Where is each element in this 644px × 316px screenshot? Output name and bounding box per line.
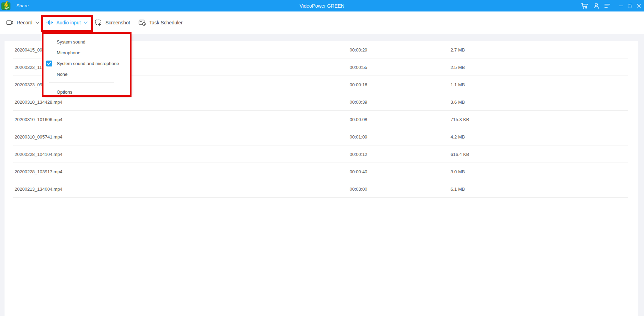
file-name: 20200228_104104.mp4 xyxy=(15,145,62,163)
screenshot-button[interactable]: Screenshot xyxy=(95,11,130,34)
user-icon[interactable] xyxy=(593,2,599,9)
menu-item-system-sound[interactable]: System sound xyxy=(43,37,130,47)
file-size: 616.4 KB xyxy=(451,145,469,163)
toolbar: Record Audio input xyxy=(0,11,644,34)
screenshot-label: Screenshot xyxy=(105,20,130,25)
menu-icon[interactable] xyxy=(604,3,611,8)
file-name: 20200213_134004.mp4 xyxy=(15,180,62,198)
titlebar: Share VideoPower GREEN xyxy=(0,0,644,11)
file-name: 20200323_09 xyxy=(15,76,42,93)
task-scheduler-icon xyxy=(138,19,146,26)
cart-icon[interactable] xyxy=(581,2,588,9)
audio-waveform-icon xyxy=(46,19,53,26)
titlebar-controls xyxy=(581,0,641,11)
file-size: 4.2 MB xyxy=(451,128,465,145)
file-size: 1.1 MB xyxy=(451,76,465,93)
menu-item-label: System sound and microphone xyxy=(57,61,119,66)
file-row[interactable]: 20200228_104104.mp400:00:12616.4 KB xyxy=(5,145,638,163)
minimize-icon[interactable] xyxy=(619,3,623,8)
video-camera-icon xyxy=(6,19,14,26)
file-duration: 00:01:09 xyxy=(350,128,367,145)
file-duration: 00:03:00 xyxy=(350,180,367,198)
checkbox-checked-icon xyxy=(46,61,52,66)
menu-item-label: System sound xyxy=(57,39,85,45)
file-row[interactable]: 20200310_095741.mp400:01:094.2 MB xyxy=(5,128,638,145)
file-duration: 00:00:12 xyxy=(350,145,367,163)
file-row[interactable]: 20200228_103917.mp400:00:403.0 MB xyxy=(5,163,638,180)
file-name: 20200415_09 xyxy=(15,41,42,58)
menu-item-label: None xyxy=(57,72,67,77)
file-row[interactable]: 20200213_134004.mp400:03:006.1 MB xyxy=(5,180,638,198)
menu-divider xyxy=(49,82,114,83)
record-button[interactable]: Record xyxy=(6,11,39,34)
screenshot-capture-icon xyxy=(95,19,102,26)
file-size: 6.1 MB xyxy=(451,180,465,198)
file-size: 3.6 MB xyxy=(451,93,465,111)
task-scheduler-button[interactable]: Task Scheduler xyxy=(138,11,183,34)
file-duration: 00:00:40 xyxy=(350,163,367,180)
restore-icon[interactable] xyxy=(628,3,633,8)
row-divider xyxy=(13,197,628,198)
file-row[interactable]: 20200310_101606.mp400:00:08715.3 KB xyxy=(5,111,638,128)
file-size: 2.5 MB xyxy=(451,58,465,76)
file-name: 20200310_095741.mp4 xyxy=(15,128,62,145)
audio-input-button[interactable]: Audio input xyxy=(46,11,88,34)
file-duration: 00:00:55 xyxy=(350,58,367,76)
file-duration: 00:00:16 xyxy=(350,76,367,93)
file-name: 20200228_103917.mp4 xyxy=(15,163,62,180)
file-name: 20200323_11 xyxy=(15,58,42,76)
chevron-down-icon xyxy=(35,22,39,24)
close-icon[interactable] xyxy=(637,3,641,8)
window-title: VideoPower GREEN xyxy=(0,0,644,11)
record-label: Record xyxy=(17,20,32,25)
chevron-down-icon xyxy=(84,22,88,24)
file-name: 20200310_101606.mp4 xyxy=(15,111,62,128)
menu-item-options[interactable]: Options xyxy=(43,86,130,98)
file-size: 2.7 MB xyxy=(451,41,465,58)
file-duration: 00:00:39 xyxy=(350,93,367,111)
task-scheduler-label: Task Scheduler xyxy=(149,20,183,25)
audio-input-label: Audio input xyxy=(56,20,81,25)
window-buttons xyxy=(619,3,641,8)
app-window: Share VideoPower GREEN xyxy=(0,0,644,316)
file-size: 3.0 MB xyxy=(451,163,465,180)
menu-item-microphone[interactable]: Microphone xyxy=(43,47,130,58)
file-size: 715.3 KB xyxy=(451,111,469,128)
file-duration: 00:00:29 xyxy=(350,41,367,58)
menu-item-system-sound-and-microphone[interactable]: System sound and microphone xyxy=(43,58,130,69)
audio-input-menu: System soundMicrophoneSystem sound and m… xyxy=(43,34,130,95)
menu-item-label: Microphone xyxy=(57,50,80,55)
file-duration: 00:00:08 xyxy=(350,111,367,128)
menu-item-none[interactable]: None xyxy=(43,69,130,80)
